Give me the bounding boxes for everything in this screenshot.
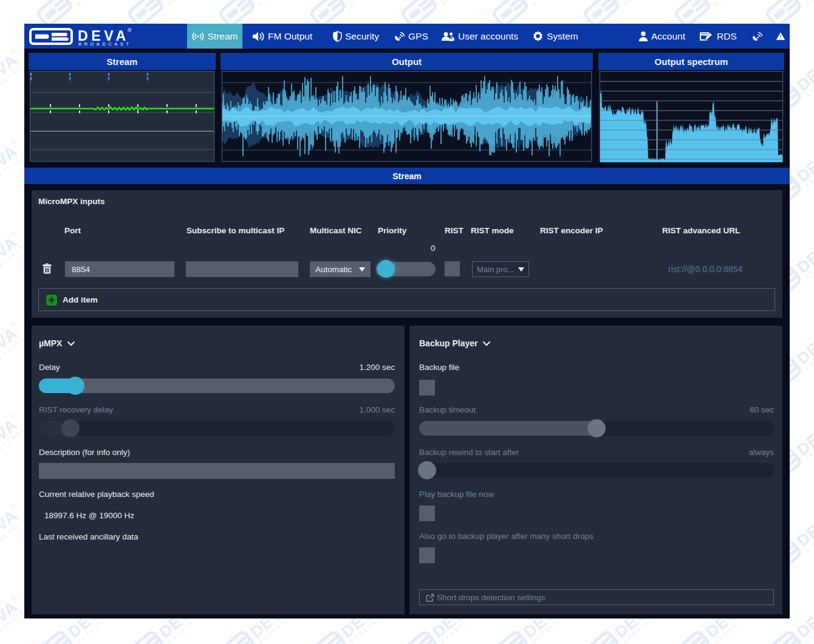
svg-text:®: ®: [128, 27, 132, 33]
svg-text:BROADCAST: BROADCAST: [78, 41, 131, 46]
